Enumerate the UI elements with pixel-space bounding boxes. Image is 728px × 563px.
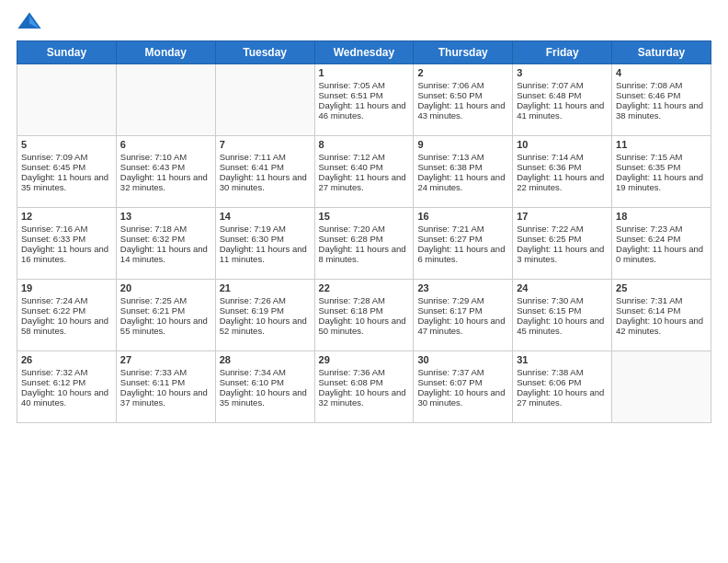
day-info: Sunrise: 7:08 AM [616, 80, 707, 90]
day-info: Sunset: 6:10 PM [220, 377, 311, 387]
day-info: Sunset: 6:25 PM [517, 234, 608, 244]
calendar-cell: 9Sunrise: 7:13 AMSunset: 6:38 PMDaylight… [414, 136, 513, 208]
day-info: Daylight: 11 hours and 3 minutes. [517, 244, 608, 264]
day-header-monday: Monday [116, 41, 215, 64]
calendar-cell: 19Sunrise: 7:24 AMSunset: 6:22 PMDayligh… [17, 280, 117, 351]
day-number: 19 [21, 282, 112, 293]
day-info: Sunrise: 7:10 AM [120, 152, 211, 162]
day-info: Daylight: 10 hours and 42 minutes. [616, 316, 707, 336]
day-info: Sunrise: 7:16 AM [21, 224, 112, 234]
day-info: Daylight: 11 hours and 30 minutes. [220, 172, 311, 192]
calendar-cell: 13Sunrise: 7:18 AMSunset: 6:32 PMDayligh… [116, 208, 215, 280]
day-info: Sunrise: 7:34 AM [220, 367, 311, 377]
day-number: 6 [120, 139, 211, 150]
day-number: 28 [220, 354, 311, 365]
day-info: Sunset: 6:08 PM [319, 377, 410, 387]
day-number: 13 [120, 211, 211, 222]
calendar-cell: 10Sunrise: 7:14 AMSunset: 6:36 PMDayligh… [513, 136, 612, 208]
day-info: Sunrise: 7:37 AM [417, 367, 508, 377]
calendar-cell: 11Sunrise: 7:15 AMSunset: 6:35 PMDayligh… [612, 136, 711, 208]
day-info: Sunrise: 7:26 AM [220, 295, 311, 305]
calendar-cell: 24Sunrise: 7:30 AMSunset: 6:15 PMDayligh… [513, 280, 612, 351]
calendar-cell: 25Sunrise: 7:31 AMSunset: 6:14 PMDayligh… [612, 280, 711, 351]
day-info: Sunrise: 7:09 AM [21, 152, 112, 162]
day-info: Daylight: 11 hours and 8 minutes. [319, 244, 410, 264]
day-info: Daylight: 10 hours and 37 minutes. [120, 387, 211, 408]
calendar-cell: 3Sunrise: 7:07 AMSunset: 6:48 PMDaylight… [513, 64, 612, 136]
day-info: Daylight: 11 hours and 41 minutes. [517, 100, 608, 121]
day-number: 30 [417, 354, 508, 365]
day-info: Sunrise: 7:20 AM [319, 224, 410, 234]
day-number: 21 [220, 282, 311, 293]
day-info: Daylight: 11 hours and 46 minutes. [319, 100, 410, 121]
day-info: Daylight: 11 hours and 43 minutes. [417, 100, 508, 121]
day-info: Sunrise: 7:29 AM [417, 295, 508, 305]
calendar-week-row: 12Sunrise: 7:16 AMSunset: 6:33 PMDayligh… [17, 208, 711, 280]
calendar-cell [215, 64, 314, 136]
day-info: Sunset: 6:51 PM [319, 90, 410, 100]
day-info: Sunrise: 7:24 AM [21, 295, 112, 305]
calendar-cell: 16Sunrise: 7:21 AMSunset: 6:27 PMDayligh… [414, 208, 513, 280]
day-info: Daylight: 11 hours and 6 minutes. [417, 244, 508, 264]
calendar-cell: 23Sunrise: 7:29 AMSunset: 6:17 PMDayligh… [414, 280, 513, 351]
day-info: Sunrise: 7:05 AM [319, 80, 410, 90]
calendar-cell: 20Sunrise: 7:25 AMSunset: 6:21 PMDayligh… [116, 280, 215, 351]
day-info: Daylight: 11 hours and 0 minutes. [616, 244, 707, 264]
day-header-tuesday: Tuesday [215, 41, 314, 64]
day-number: 1 [319, 67, 410, 78]
day-info: Sunset: 6:46 PM [616, 90, 707, 100]
calendar-cell: 12Sunrise: 7:16 AMSunset: 6:33 PMDayligh… [17, 208, 117, 280]
day-info: Sunset: 6:38 PM [417, 162, 508, 172]
day-number: 25 [616, 282, 707, 293]
day-number: 7 [220, 139, 311, 150]
day-info: Sunset: 6:27 PM [417, 234, 508, 244]
day-number: 31 [517, 354, 608, 365]
day-info: Sunrise: 7:28 AM [319, 295, 410, 305]
calendar-cell: 7Sunrise: 7:11 AMSunset: 6:41 PMDaylight… [215, 136, 314, 208]
calendar-week-row: 1Sunrise: 7:05 AMSunset: 6:51 PMDaylight… [17, 64, 711, 136]
day-number: 2 [417, 67, 508, 78]
day-info: Daylight: 10 hours and 27 minutes. [517, 387, 608, 408]
day-number: 18 [616, 211, 707, 222]
day-number: 10 [517, 139, 608, 150]
calendar-cell: 14Sunrise: 7:19 AMSunset: 6:30 PMDayligh… [215, 208, 314, 280]
day-info: Daylight: 11 hours and 35 minutes. [21, 172, 112, 192]
day-info: Daylight: 10 hours and 32 minutes. [319, 387, 410, 408]
calendar-cell: 6Sunrise: 7:10 AMSunset: 6:43 PMDaylight… [116, 136, 215, 208]
day-info: Sunset: 6:06 PM [517, 377, 608, 387]
day-info: Sunrise: 7:15 AM [616, 152, 707, 162]
day-number: 15 [319, 211, 410, 222]
page: SundayMondayTuesdayWednesdayThursdayFrid… [0, 0, 728, 563]
day-info: Sunset: 6:21 PM [120, 305, 211, 316]
day-info: Sunrise: 7:30 AM [517, 295, 608, 305]
day-info: Sunrise: 7:13 AM [417, 152, 508, 162]
day-info: Daylight: 11 hours and 32 minutes. [120, 172, 211, 192]
day-info: Sunrise: 7:21 AM [417, 224, 508, 234]
day-info: Sunset: 6:17 PM [417, 305, 508, 316]
calendar-cell [116, 64, 215, 136]
day-info: Sunset: 6:32 PM [120, 234, 211, 244]
day-info: Sunrise: 7:31 AM [616, 295, 707, 305]
day-info: Daylight: 10 hours and 30 minutes. [417, 387, 508, 408]
day-info: Sunset: 6:41 PM [220, 162, 311, 172]
calendar-cell: 30Sunrise: 7:37 AMSunset: 6:07 PMDayligh… [414, 351, 513, 423]
header [17, 9, 711, 35]
day-info: Sunrise: 7:22 AM [517, 224, 608, 234]
day-info: Sunset: 6:18 PM [319, 305, 410, 316]
day-info: Sunrise: 7:12 AM [319, 152, 410, 162]
day-info: Daylight: 11 hours and 14 minutes. [120, 244, 211, 264]
calendar-cell: 21Sunrise: 7:26 AMSunset: 6:19 PMDayligh… [215, 280, 314, 351]
day-info: Sunrise: 7:23 AM [616, 224, 707, 234]
day-number: 5 [21, 139, 112, 150]
calendar-cell: 28Sunrise: 7:34 AMSunset: 6:10 PMDayligh… [215, 351, 314, 423]
day-info: Daylight: 11 hours and 16 minutes. [21, 244, 112, 264]
day-number: 20 [120, 282, 211, 293]
day-number: 3 [517, 67, 608, 78]
logo-icon [17, 9, 42, 35]
calendar-cell: 22Sunrise: 7:28 AMSunset: 6:18 PMDayligh… [314, 280, 414, 351]
day-info: Sunrise: 7:33 AM [120, 367, 211, 377]
day-info: Sunset: 6:19 PM [220, 305, 311, 316]
day-info: Sunrise: 7:07 AM [517, 80, 608, 90]
day-number: 11 [616, 139, 707, 150]
day-info: Sunrise: 7:32 AM [21, 367, 112, 377]
